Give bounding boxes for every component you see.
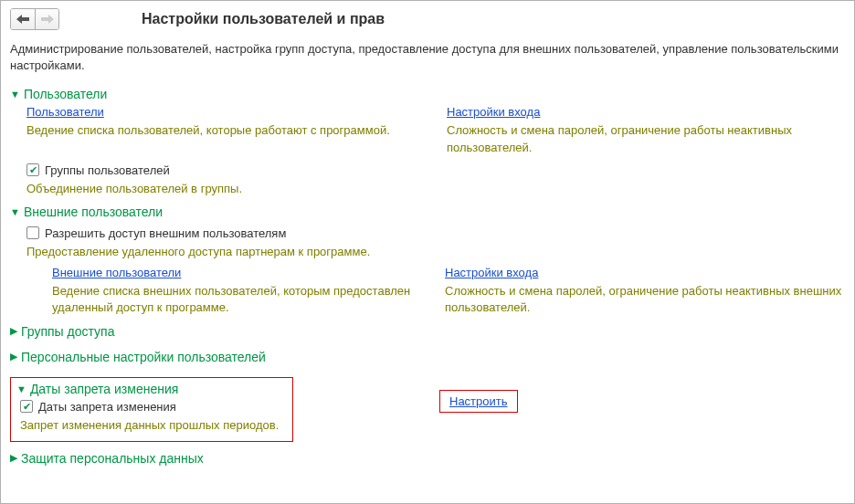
change-ban-checkbox[interactable]: ✔ (20, 400, 33, 413)
section-change-ban-title: Даты запрета изменения (30, 382, 178, 396)
external-users-hint: Ведение списка внешних пользователей, ко… (52, 283, 427, 316)
section-personal-data-header[interactable]: ▶ Защита персональных данных (10, 451, 845, 466)
section-users-header[interactable]: ▼ Пользователи (10, 87, 845, 101)
allow-external-label: Разрешить доступ внешним пользователям (45, 226, 286, 240)
chevron-down-icon: ▼ (10, 206, 20, 217)
configure-link[interactable]: Настроить (449, 394, 508, 408)
section-users-title: Пользователи (24, 87, 107, 101)
section-access-groups-title: Группы доступа (21, 324, 114, 339)
group-users-checkbox[interactable]: ✔ (26, 163, 39, 176)
configure-highlight: Настроить (439, 390, 518, 413)
chevron-right-icon: ▶ (10, 351, 17, 362)
login-settings-link[interactable]: Настройки входа (447, 105, 540, 119)
users-hint: Ведение списка пользователей, которые ра… (26, 122, 428, 139)
section-access-groups-header[interactable]: ▶ Группы доступа (10, 324, 845, 339)
change-ban-hint: Запрет изменения данных прошлых периодов… (20, 417, 287, 434)
change-ban-highlight: ▼ Даты запрета изменения ✔ Даты запрета … (10, 377, 293, 442)
page-description: Администрирование пользователей, настрой… (10, 41, 845, 74)
nav-buttons (10, 8, 59, 30)
external-login-hint: Сложность и смена паролей, ограничение р… (445, 283, 847, 316)
section-personal-header[interactable]: ▶ Персональные настройки пользователей (10, 350, 845, 364)
chevron-down-icon: ▼ (10, 89, 20, 100)
group-users-label: Группы пользователей (45, 163, 170, 177)
section-external-title: Внешние пользователи (24, 205, 163, 219)
section-change-ban-header[interactable]: ▼ Даты запрета изменения (16, 382, 287, 396)
page-title: Настройки пользователей и прав (142, 11, 385, 27)
login-settings-hint: Сложность и смена паролей, ограничение р… (447, 122, 849, 155)
back-button[interactable] (11, 9, 35, 29)
allow-external-hint: Предоставление удаленного доступа партне… (26, 244, 845, 260)
forward-button[interactable] (35, 9, 58, 29)
change-ban-label: Даты запрета изменения (38, 400, 176, 414)
group-users-hint: Объединение пользователей в группы. (26, 181, 845, 197)
chevron-down-icon: ▼ (16, 383, 26, 394)
external-login-link[interactable]: Настройки входа (445, 266, 538, 279)
section-personal-title: Персональные настройки пользователей (21, 350, 266, 364)
external-users-link[interactable]: Внешние пользователи (52, 266, 181, 279)
section-external-header[interactable]: ▼ Внешние пользователи (10, 205, 845, 219)
chevron-right-icon: ▶ (10, 452, 17, 464)
users-link[interactable]: Пользователи (26, 105, 104, 119)
section-personal-data-title: Защита персональных данных (21, 451, 204, 466)
chevron-right-icon: ▶ (10, 325, 17, 337)
allow-external-checkbox[interactable]: ✔ (26, 226, 39, 239)
